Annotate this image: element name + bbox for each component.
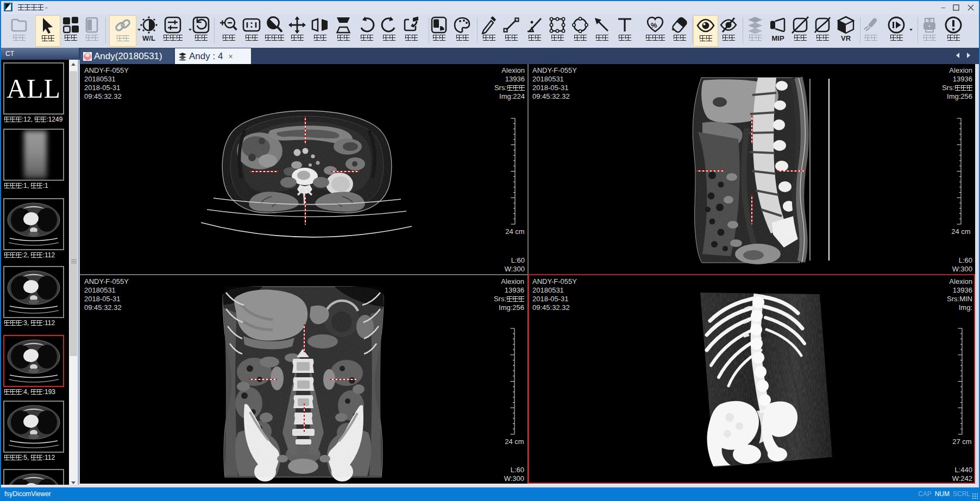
svg-text:%: % bbox=[651, 21, 657, 29]
